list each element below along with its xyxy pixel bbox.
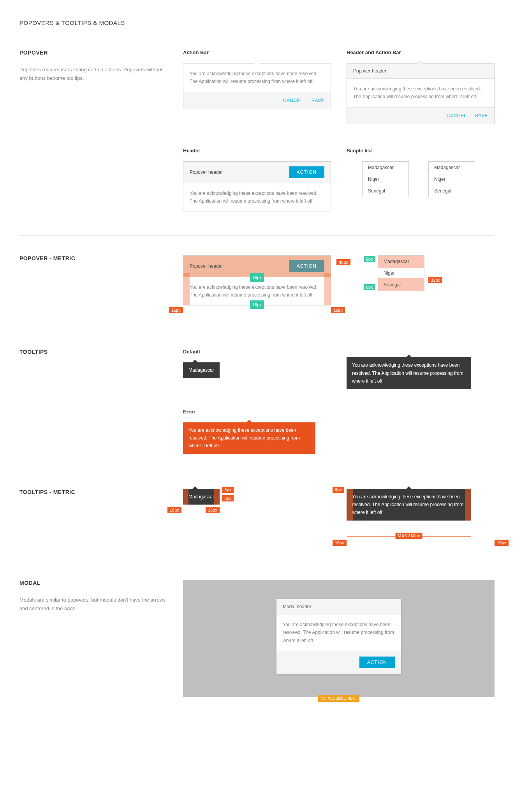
label-simple-list: Simple list bbox=[347, 148, 495, 154]
save-button[interactable]: SAVE bbox=[312, 98, 324, 103]
metric-label: 16px bbox=[250, 300, 264, 309]
tooltip-arrow-icon bbox=[192, 360, 198, 362]
popover-body-text: You are acknowledging these exceptions h… bbox=[190, 284, 317, 298]
tooltip-arrow-icon bbox=[406, 355, 412, 357]
cancel-button[interactable]: CANCEL bbox=[283, 98, 303, 103]
metric-label: 8px bbox=[364, 284, 375, 290]
list-item[interactable]: Madagascar bbox=[363, 162, 408, 173]
modal-header: Modal header bbox=[276, 599, 401, 614]
metric-label: 16px bbox=[495, 540, 509, 546]
metric-label: 16px bbox=[169, 307, 183, 313]
metric-highlight bbox=[183, 273, 190, 305]
popover-row-2: Header Popover header ACTION You are ack… bbox=[19, 148, 495, 212]
action-button[interactable]: ACTION bbox=[289, 260, 324, 272]
divider bbox=[19, 329, 495, 329]
modal-description: Modals are similar to popovers, but moda… bbox=[19, 596, 167, 613]
tooltip-metric-short: Madagascar bbox=[183, 489, 220, 505]
metric-label-max: MAX 360px bbox=[396, 533, 422, 539]
popover-header-text: Popover header bbox=[190, 169, 223, 175]
tooltip-arrow-icon bbox=[406, 486, 412, 489]
tooltips-metric-row: TOOLTIPS - METRIC Madagascar 8px 8px 16p… bbox=[19, 489, 495, 537]
list-item[interactable]: Senegal bbox=[429, 185, 475, 197]
metric-label: 8px bbox=[333, 487, 344, 493]
list-item[interactable]: Madagascar bbox=[429, 162, 475, 173]
list-item[interactable]: Senegal bbox=[378, 279, 424, 291]
label-header-action-bar: Header and Action Bar bbox=[347, 49, 495, 55]
metric-label: 16px bbox=[331, 307, 345, 313]
tooltip-metric-long: You are acknowledging these exceptions h… bbox=[347, 489, 471, 521]
popover-list-box: Madagascar Niger Senegal bbox=[362, 161, 409, 197]
tooltip-arrow-icon bbox=[246, 420, 252, 422]
tooltips-row-2: Error You are acknowledging these except… bbox=[19, 409, 495, 454]
metric-label: 8px bbox=[364, 256, 375, 262]
modal-action-button[interactable]: ACTION bbox=[359, 657, 395, 668]
popover-description: Popovers require users taking certain ac… bbox=[19, 65, 167, 83]
list-item[interactable]: Senegal bbox=[363, 185, 408, 197]
popover-list-box-arrow: Madagascar Niger Senegal bbox=[428, 161, 475, 197]
list-item[interactable]: Niger bbox=[363, 173, 408, 185]
popover-action-bar-row: CANCEL SAVE bbox=[183, 92, 331, 109]
save-button[interactable]: SAVE bbox=[475, 113, 488, 118]
metric-label: 8px bbox=[222, 487, 234, 493]
divider bbox=[19, 235, 495, 236]
popover-header-action-bar: Popover header You are acknowledging the… bbox=[347, 63, 495, 124]
list-item[interactable]: Niger bbox=[429, 173, 475, 185]
list-item[interactable]: Niger bbox=[378, 267, 424, 279]
popover-arrow-icon bbox=[426, 167, 428, 173]
divider bbox=[19, 560, 495, 560]
fill-label: fill: #3D3D3D 40% bbox=[318, 695, 359, 702]
cancel-button[interactable]: CANCEL bbox=[447, 113, 467, 118]
popover-arrow-icon bbox=[417, 60, 424, 64]
modal-dialog: Modal header You are acknowledging these… bbox=[276, 599, 401, 674]
popover-header: Popover header bbox=[347, 64, 494, 79]
list-item[interactable]: Madagascar bbox=[378, 256, 424, 267]
tooltip-arrow-icon bbox=[192, 486, 198, 489]
metric-label: 8px bbox=[222, 495, 234, 501]
section-heading-tooltips: TOOLTIPS bbox=[19, 349, 167, 355]
popover-list-metric: Madagascar Niger Senegal bbox=[378, 255, 424, 291]
tooltip-text: Madagascar bbox=[188, 367, 214, 373]
section-heading-modal: MODAL bbox=[19, 580, 167, 586]
label-header: Header bbox=[183, 148, 331, 154]
tooltips-row-1: TOOLTIPS Default Madagascar You are ackn… bbox=[19, 349, 495, 389]
tooltip-text: You are acknowledging these exceptions h… bbox=[352, 362, 463, 384]
metric-label: 32px bbox=[428, 277, 442, 283]
popover-header-text: Popover header bbox=[353, 68, 386, 74]
metric-highlight bbox=[465, 489, 471, 521]
popover-action-bar: You are acknowledging these exceptions h… bbox=[183, 63, 331, 109]
popover-arrow-icon bbox=[254, 60, 260, 64]
popover-header-text: Popover header bbox=[190, 263, 223, 269]
metric-highlight bbox=[347, 489, 353, 521]
label-default: Default bbox=[183, 349, 331, 355]
modal-row: MODAL Modals are similar to popovers, bu… bbox=[19, 580, 495, 697]
popover-body: You are acknowledging these exceptions h… bbox=[183, 183, 331, 212]
popover-body: You are acknowledging these exceptions h… bbox=[183, 64, 331, 92]
tooltip-default-long: You are acknowledging these exceptions h… bbox=[347, 357, 471, 389]
metric-highlight bbox=[324, 273, 331, 305]
metric-highlight bbox=[183, 489, 188, 505]
modal-body: You are acknowledging these exceptions h… bbox=[276, 614, 401, 651]
metric-label: 48px bbox=[336, 259, 350, 265]
popover-row-1: POPOVER Popovers require users taking ce… bbox=[19, 49, 495, 124]
popover-header-only: Popover header ACTION You are acknowledg… bbox=[183, 161, 331, 212]
tooltip-text: Madagascar bbox=[188, 494, 214, 500]
popover-metric-row: POPOVER - METRIC Popover header ACTION Y… bbox=[19, 255, 495, 306]
popover-body: You are acknowledging these exceptions h… bbox=[347, 79, 494, 107]
label-error: Error bbox=[183, 409, 331, 415]
metric-label: 16px bbox=[250, 273, 264, 282]
metric-highlight bbox=[214, 489, 220, 505]
popover-metric-example: Popover header ACTION You are acknowledg… bbox=[183, 255, 331, 306]
metric-label: 16px bbox=[333, 540, 347, 546]
popover-body: You are acknowledging these exceptions h… bbox=[183, 277, 331, 305]
section-heading-popover: POPOVER bbox=[19, 49, 167, 56]
page-title: POPOVERS & TOOLTIPS & MODALS bbox=[19, 19, 495, 26]
tooltip-error: You are acknowledging these exceptions h… bbox=[183, 422, 315, 454]
tooltip-text: You are acknowledging these exceptions h… bbox=[188, 427, 300, 449]
section-heading-popover-metric: POPOVER - METRIC bbox=[19, 255, 167, 261]
modal-backdrop: Modal header You are acknowledging these… bbox=[183, 580, 495, 697]
metric-label: 16px bbox=[167, 507, 181, 513]
section-heading-tooltips-metric: TOOLTIPS - METRIC bbox=[19, 489, 167, 495]
action-button[interactable]: ACTION bbox=[289, 166, 324, 178]
tooltip-default-short: Madagascar bbox=[183, 362, 220, 378]
metric-label: 16px bbox=[206, 507, 220, 513]
